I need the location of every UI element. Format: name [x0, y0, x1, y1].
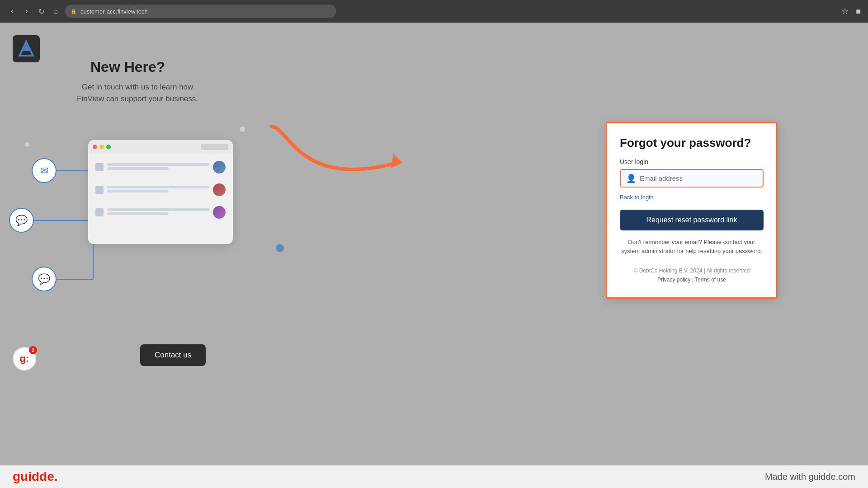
deco-dot-1 — [240, 127, 245, 132]
copyright-text: © DebtCo Holding B.V. 2024 | All rights … — [620, 266, 764, 275]
back-to-login-link[interactable]: Back to login — [620, 194, 764, 201]
address-bar[interactable]: 🔒 customer-acc.finview.tech — [65, 5, 336, 18]
new-here-title: New Here? — [90, 59, 165, 75]
reset-password-button[interactable]: Request reset password link — [620, 210, 764, 230]
footer-links: Privacy policy | Terms of use — [620, 275, 764, 284]
whatsapp-contact-icon[interactable]: 💬 — [9, 208, 34, 233]
email-input-wrapper: 👤 — [620, 169, 764, 188]
g2-badge[interactable]: g: 2 — [13, 347, 36, 371]
star-icon[interactable]: ☆ — [841, 6, 849, 16]
email-input[interactable] — [640, 170, 757, 187]
email-contact-icon[interactable]: ✉ — [32, 158, 57, 183]
footer-separator: | — [692, 277, 693, 283]
home-button[interactable]: ⌂ — [51, 6, 61, 16]
page-footer: guidde. Made with guidde.com — [0, 465, 868, 488]
forgot-password-card: Forgot your password? User login 👤 Back … — [606, 122, 778, 299]
reload-button[interactable]: ↻ — [36, 6, 46, 16]
user-icon: 👤 — [626, 174, 636, 183]
forgot-note: Don't remember your email? Please contac… — [620, 238, 764, 255]
deco-dot-3 — [276, 244, 284, 252]
privacy-policy-link[interactable]: Privacy policy — [657, 277, 690, 283]
chat-contact-icon[interactable]: 💬 — [32, 267, 57, 291]
finview-logo — [13, 35, 40, 62]
browser-right-icons: ☆ ■ — [841, 6, 861, 16]
connector-h2 — [34, 220, 93, 221]
user-login-label: User login — [620, 158, 764, 165]
back-button[interactable]: ‹ — [7, 6, 17, 16]
footer-logo: guidde. — [13, 469, 58, 484]
extensions-icon[interactable]: ■ — [856, 7, 861, 16]
lock-icon: 🔒 — [71, 9, 77, 14]
forward-button[interactable]: › — [22, 6, 32, 16]
g2-count: 2 — [29, 346, 37, 354]
url-text: customer-acc.finview.tech — [80, 8, 148, 15]
contact-us-button[interactable]: Contact us — [140, 344, 206, 366]
browser-chrome: ‹ › ↻ ⌂ 🔒 customer-acc.finview.tech ☆ ■ — [0, 0, 868, 23]
svg-marker-4 — [391, 154, 402, 168]
deco-dot-2 — [25, 142, 29, 147]
footer-tagline: Made with guidde.com — [765, 472, 855, 482]
main-content: New Here? Get in touch with us to learn … — [0, 23, 868, 465]
app-mockup — [88, 140, 233, 244]
forgot-title: Forgot your password? — [620, 136, 764, 150]
connector-h1 — [57, 170, 93, 171]
forgot-footer: © DebtCo Holding B.V. 2024 | All rights … — [620, 266, 764, 285]
connector-h3 — [57, 279, 93, 280]
arrow-graphic — [262, 117, 411, 199]
g2-label: g: — [20, 353, 29, 365]
new-here-subtitle: Get in touch with us to learn how FinVie… — [77, 81, 198, 104]
terms-of-use-link[interactable]: Terms of use — [695, 277, 726, 283]
